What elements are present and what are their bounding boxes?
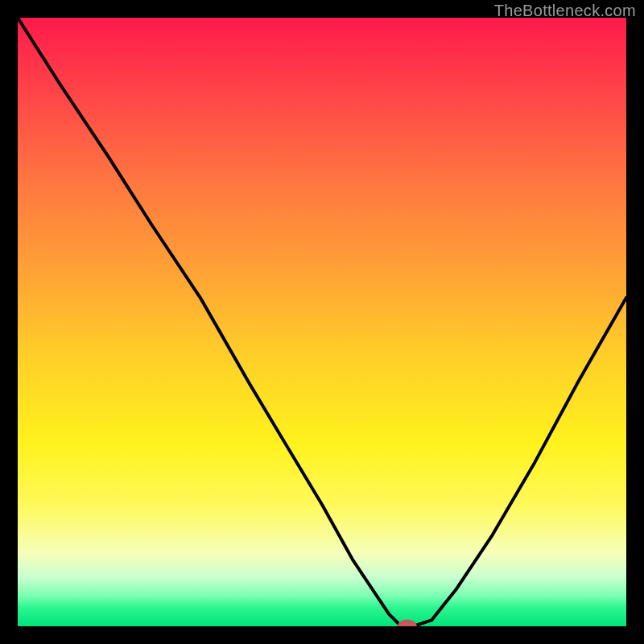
bottleneck-curve [18,18,626,626]
plot-svg [18,18,626,626]
chart-stage: TheBottleneck.com [0,0,644,644]
marker-dot [398,620,417,627]
plot-area [18,18,626,626]
